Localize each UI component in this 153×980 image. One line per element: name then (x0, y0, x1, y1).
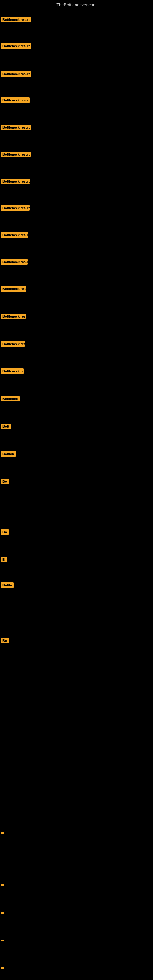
bottleneck-badge[interactable]: Bo (1, 529, 9, 535)
bottleneck-badge[interactable]: Bottlen (1, 451, 16, 457)
bottleneck-badge[interactable] (1, 832, 4, 834)
bottleneck-badge[interactable]: Bottleneck result (1, 205, 30, 211)
bottleneck-badge[interactable] (1, 967, 4, 969)
bottleneck-badge[interactable]: Bottleneck res (1, 313, 26, 319)
bottleneck-badge[interactable]: Bottleneck res (1, 286, 26, 291)
bottleneck-badge[interactable]: Bottleneck result (1, 43, 31, 49)
bottleneck-badge[interactable] (1, 885, 4, 886)
bottleneck-badge[interactable]: Bottleneck result (1, 97, 30, 103)
bottleneck-badge[interactable]: Bo (1, 479, 9, 484)
bottleneck-badge[interactable]: Bottleneck re (1, 368, 24, 374)
site-title: TheBottlenecker.com (0, 0, 153, 9)
bottleneck-badge[interactable]: Bottleneck result (1, 17, 31, 22)
bottleneck-badge[interactable]: Bottlenec (1, 396, 19, 401)
bottleneck-badge[interactable]: Bottleneck res (1, 341, 25, 347)
bottleneck-badge[interactable]: Bottle (1, 582, 14, 588)
bottleneck-badge[interactable] (1, 940, 4, 942)
bottleneck-badge[interactable]: Bottleneck resul (1, 232, 28, 238)
bottleneck-badge[interactable]: Bottleneck result (1, 151, 30, 157)
bottleneck-badge[interactable]: Bottleneck result (1, 71, 31, 76)
bottleneck-badge[interactable]: Bo (1, 638, 9, 643)
bottleneck-badge[interactable]: Bottleneck result (1, 178, 30, 184)
bottleneck-badge[interactable] (1, 912, 4, 914)
bottleneck-badge[interactable]: Bott (1, 423, 11, 429)
bottleneck-badge[interactable]: B (1, 557, 7, 562)
bottleneck-badge[interactable]: Bottleneck resu (1, 259, 27, 265)
bottleneck-badge[interactable]: Bottleneck result (1, 125, 31, 130)
